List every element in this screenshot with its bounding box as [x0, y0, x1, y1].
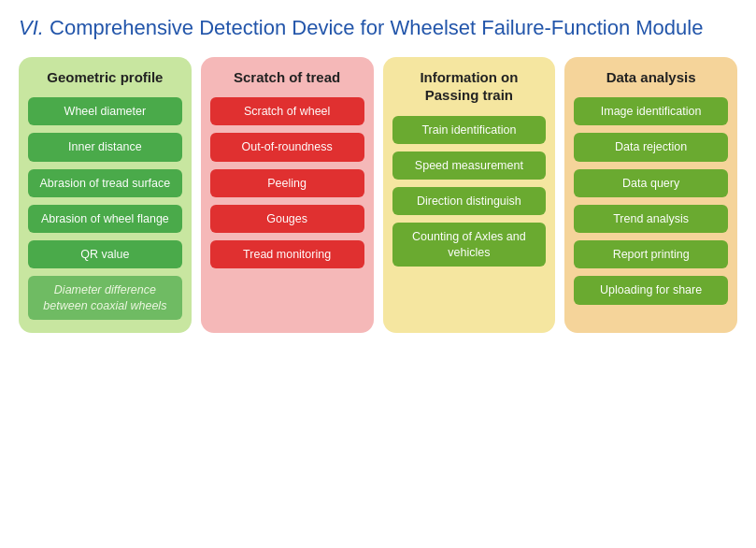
item-btn-data-analysis-1[interactable]: Data rejection: [574, 133, 728, 161]
item-btn-geometric-profile-0[interactable]: Wheel diameter: [28, 97, 182, 125]
item-btn-scratch-of-tread-0[interactable]: Scratch of wheel: [210, 97, 364, 125]
item-btn-data-analysis-5[interactable]: Uploading for share: [574, 276, 728, 304]
column-header-scratch-of-tread: Scratch of tread: [234, 68, 340, 87]
item-btn-scratch-of-tread-2[interactable]: Peeling: [210, 169, 364, 197]
item-btn-data-analysis-2[interactable]: Data query: [574, 169, 728, 197]
item-btn-geometric-profile-1[interactable]: Inner distance: [28, 133, 182, 161]
item-btn-data-analysis-0[interactable]: Image identification: [574, 97, 728, 125]
column-geometric-profile: Geometric profileWheel diameterInner dis…: [19, 57, 192, 333]
item-btn-scratch-of-tread-4[interactable]: Tread monitoring: [210, 240, 364, 268]
item-btn-information-passing-train-3[interactable]: Counting of Axles and vehicles: [392, 223, 547, 267]
item-btn-geometric-profile-4[interactable]: QR value: [28, 240, 182, 268]
column-information-passing-train: Information on Passing trainTrain identi…: [383, 57, 556, 333]
column-scratch-of-tread: Scratch of treadScratch of wheelOut-of-r…: [201, 57, 374, 333]
item-btn-information-passing-train-1[interactable]: Speed measurement: [392, 151, 547, 180]
column-header-geometric-profile: Geometric profile: [47, 68, 163, 87]
page-title: VI. Comprehensive Detection Device for W…: [19, 15, 737, 42]
item-btn-data-analysis-3[interactable]: Trend analysis: [574, 205, 728, 233]
columns-container: Geometric profileWheel diameterInner dis…: [19, 57, 737, 333]
item-btn-data-analysis-4[interactable]: Report printing: [574, 240, 728, 268]
item-btn-scratch-of-tread-3[interactable]: Gouges: [210, 205, 364, 233]
column-header-data-analysis: Data analysis: [606, 68, 696, 87]
item-btn-geometric-profile-2[interactable]: Abrasion of tread surface: [28, 169, 182, 197]
item-btn-information-passing-train-0[interactable]: Train identification: [392, 116, 547, 144]
item-btn-information-passing-train-2[interactable]: Direction distinguish: [392, 187, 547, 215]
item-btn-scratch-of-tread-1[interactable]: Out-of-roundness: [210, 133, 364, 161]
column-header-information-passing-train: Information on Passing train: [392, 68, 547, 105]
roman-numeral: VI.: [19, 16, 44, 39]
item-btn-geometric-profile-5[interactable]: Diameter difference between coaxial whee…: [28, 276, 182, 320]
title-rest: Comprehensive Detection Device for Wheel…: [44, 16, 704, 39]
column-data-analysis: Data analysisImage identificationData re…: [564, 57, 737, 333]
item-btn-geometric-profile-3[interactable]: Abrasion of wheel flange: [28, 205, 182, 233]
